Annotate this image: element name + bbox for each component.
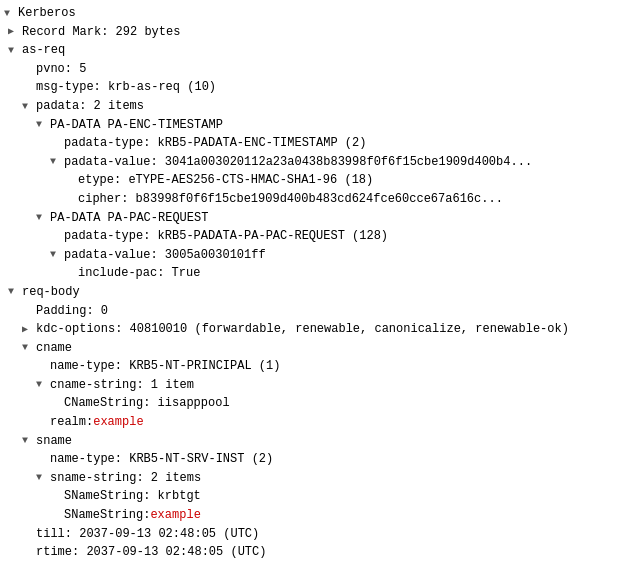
pa-pac-label: PA-DATA PA-PAC-REQUEST [50,209,208,228]
cname-string-label: cname-string: 1 item [50,376,194,395]
pa-enc-ts-toggle[interactable]: ▼ [36,117,50,133]
cname-line[interactable]: ▼ cname [0,339,632,358]
sname-string2-key: SNameString: [64,506,150,525]
cname-label: cname [36,339,72,358]
cname-string-val-line[interactable]: CNameString: iisapppool [0,394,632,413]
msg-type-line[interactable]: msg-type: krb-as-req (10) [0,78,632,97]
kdc-options-toggle[interactable]: ▶ [22,322,36,338]
padata-value-pac-line[interactable]: ▼ padata-value: 3005a0030101ff [0,246,632,265]
name-type-sname-line[interactable]: name-type: KRB5-NT-SRV-INST (2) [0,450,632,469]
realm-key: realm: [50,413,93,432]
padding-line[interactable]: Padding: 0 [0,302,632,321]
name-type-cname-toggle [36,359,50,375]
pa-pac-toggle[interactable]: ▼ [36,210,50,226]
padata-value-enc-ts-label: padata-value: 3041a003020112a23a0438b839… [64,153,532,172]
padata-label: padata: 2 items [36,97,144,116]
sname-string1-toggle [50,489,64,505]
padata-type-enc-ts-line[interactable]: padata-type: kRB5-PADATA-ENC-TIMESTAMP (… [0,134,632,153]
padata-type-pac-toggle [50,229,64,245]
req-body-line[interactable]: ▼ req-body [0,283,632,302]
realm-line[interactable]: realm: example [0,413,632,432]
include-pac-label: include-pac: True [78,264,200,283]
sname-string2-val: example [150,506,200,525]
cname-string-val-toggle [50,396,64,412]
sname-string-line[interactable]: ▼ sname-string: 2 items [0,469,632,488]
sname-string-toggle[interactable]: ▼ [36,470,50,486]
realm-val: example [93,413,143,432]
till-label: till: 2037-09-13 02:48:05 (UTC) [36,525,259,544]
sname-string1-line[interactable]: SNameString: krbtgt [0,487,632,506]
req-body-toggle[interactable]: ▼ [8,284,22,300]
padding-toggle [22,303,36,319]
pvno-label: pvno: 5 [36,60,86,79]
sname-string1-label: SNameString: krbtgt [64,487,201,506]
as-req-line[interactable]: ▼ as-req [0,41,632,60]
sname-string2-line[interactable]: SNameString: example [0,506,632,525]
msg-type-toggle [22,80,36,96]
include-pac-line[interactable]: include-pac: True [0,264,632,283]
cipher-enc-ts-label: cipher: b83998f0f6f15cbe1909d400b483cd62… [78,190,503,209]
till-line[interactable]: till: 2037-09-13 02:48:05 (UTC) [0,525,632,544]
as-req-toggle[interactable]: ▼ [8,43,22,59]
cname-string-toggle[interactable]: ▼ [36,377,50,393]
padata-type-enc-ts-label: padata-type: kRB5-PADATA-ENC-TIMESTAMP (… [64,134,366,153]
rtime-label: rtime: 2037-09-13 02:48:05 (UTC) [36,543,266,562]
name-type-cname-label: name-type: KRB5-NT-PRINCIPAL (1) [50,357,280,376]
pa-enc-ts-line[interactable]: ▼ PA-DATA PA-ENC-TIMESTAMP [0,116,632,135]
record-mark-toggle[interactable]: ▶ [8,24,22,40]
till-toggle [22,526,36,542]
as-req-label: as-req [22,41,65,60]
cipher-enc-ts-line[interactable]: cipher: b83998f0f6f15cbe1909d400b483cd62… [0,190,632,209]
padata-value-enc-ts-toggle[interactable]: ▼ [50,154,64,170]
padata-type-pac-label: padata-type: kRB5-PADATA-PA-PAC-REQUEST … [64,227,388,246]
cname-toggle[interactable]: ▼ [22,340,36,356]
padata-type-pac-line[interactable]: padata-type: kRB5-PADATA-PA-PAC-REQUEST … [0,227,632,246]
padata-toggle[interactable]: ▼ [22,99,36,115]
msg-type-label: msg-type: krb-as-req (10) [36,78,216,97]
padata-line[interactable]: ▼ padata: 2 items [0,97,632,116]
padata-value-pac-toggle[interactable]: ▼ [50,247,64,263]
req-body-label: req-body [22,283,80,302]
include-pac-toggle [64,266,78,282]
cipher-enc-ts-toggle [64,191,78,207]
name-type-sname-label: name-type: KRB5-NT-SRV-INST (2) [50,450,273,469]
cname-string-val-label: CNameString: iisapppool [64,394,230,413]
rtime-toggle [22,545,36,561]
pa-enc-ts-label: PA-DATA PA-ENC-TIMESTAMP [50,116,223,135]
name-type-sname-toggle [36,452,50,468]
pvno-line[interactable]: pvno: 5 [0,60,632,79]
padata-value-enc-ts-line[interactable]: ▼ padata-value: 3041a003020112a23a0438b8… [0,153,632,172]
record-mark-label: Record Mark: 292 bytes [22,23,180,42]
padding-label: Padding: 0 [36,302,108,321]
record-mark-line[interactable]: ▶ Record Mark: 292 bytes [0,23,632,42]
etype-enc-ts-label: etype: eTYPE-AES256-CTS-HMAC-SHA1-96 (18… [78,171,373,190]
realm-toggle [36,415,50,431]
cname-string-line[interactable]: ▼ cname-string: 1 item [0,376,632,395]
sname-label: sname [36,432,72,451]
root-line[interactable]: ▼ Kerberos [0,4,632,23]
rtime-line[interactable]: rtime: 2037-09-13 02:48:05 (UTC) [0,543,632,562]
sname-string2-toggle [50,508,64,524]
kdc-options-label: kdc-options: 40810010 (forwardable, rene… [36,320,569,339]
sname-string-label: sname-string: 2 items [50,469,201,488]
padata-value-pac-label: padata-value: 3005a0030101ff [64,246,266,265]
etype-enc-ts-toggle [64,173,78,189]
kdc-options-line[interactable]: ▶ kdc-options: 40810010 (forwardable, re… [0,320,632,339]
sname-toggle[interactable]: ▼ [22,433,36,449]
root-label: Kerberos [18,4,76,23]
padata-type-enc-ts-toggle [50,136,64,152]
root-toggle[interactable]: ▼ [4,6,18,22]
kerberos-tree: ▼ Kerberos ▶ Record Mark: 292 bytes ▼ as… [0,0,632,564]
pvno-toggle [22,61,36,77]
sname-line[interactable]: ▼ sname [0,432,632,451]
pa-pac-line[interactable]: ▼ PA-DATA PA-PAC-REQUEST [0,209,632,228]
name-type-cname-line[interactable]: name-type: KRB5-NT-PRINCIPAL (1) [0,357,632,376]
etype-enc-ts-line[interactable]: etype: eTYPE-AES256-CTS-HMAC-SHA1-96 (18… [0,171,632,190]
